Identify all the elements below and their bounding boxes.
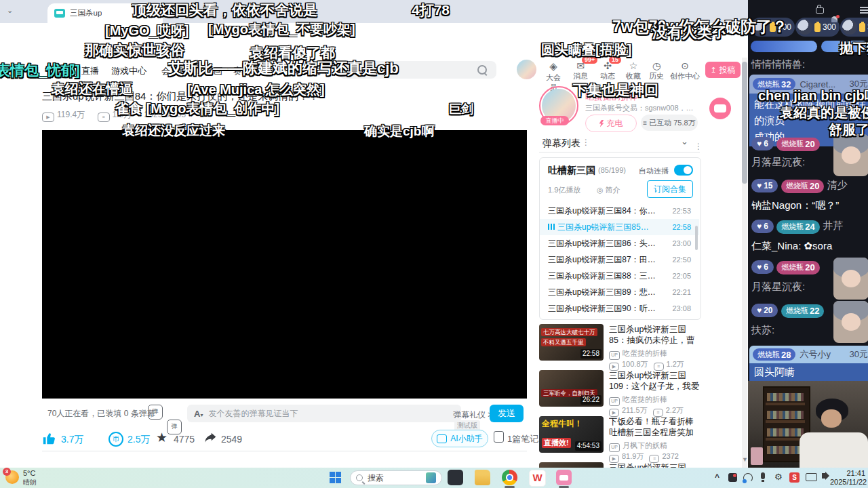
favorite-count[interactable]: 4775: [174, 434, 195, 445]
video-title[interactable]: 三国杀up锐评新三国109：这个赵子龙，我爱死他了！: [609, 370, 700, 392]
episode-row[interactable]: 三国杀up锐评新三国86：头一次听说...23:00: [540, 235, 699, 251]
video-thumbnail[interactable]: 七万高达大破七十万 不料又遇五千里 22:58: [539, 324, 604, 361]
recommended-item[interactable]: 三国杀up锐评新三国104：关: [539, 462, 604, 468]
font-size-icon[interactable]: A▾: [194, 409, 203, 419]
danmaku-panel-collapse-icon[interactable]: ⌄: [681, 136, 688, 146]
episode-row[interactable]: 三国杀up锐评新三国87：田丰遗计定...22:50: [540, 251, 699, 268]
lock-icon[interactable]: [816, 7, 824, 14]
danmaku-toggle-icon[interactable]: 弹: [148, 405, 163, 420]
danmaku-text: 4打78: [412, 1, 450, 20]
episode-row[interactable]: 三国杀up锐评新三国88：三国新增顺...22:05: [540, 268, 699, 284]
sync-arrow-icon[interactable]: [743, 473, 753, 483]
chrome-icon[interactable]: [502, 470, 517, 485]
favorite-icon[interactable]: ★: [156, 430, 167, 445]
scrollbar-down-arrow[interactable]: ▼: [742, 456, 748, 463]
recommended-item[interactable]: 七万高达大破七十万 不料又遇五千里 22:58 三国杀up锐评新三国85：抽疯仍…: [539, 324, 604, 361]
autoplay-toggle[interactable]: [674, 165, 693, 176]
episode-row-current[interactable]: 三国杀up锐评新三国85：抽疯仍未...22:58: [540, 219, 699, 235]
speaker-icon[interactable]: [822, 473, 825, 479]
recommended-item[interactable]: 三军听令，自刎归天 26:22 三国杀up锐评新三国109：这个赵子龙，我爱死他…: [539, 370, 604, 407]
playlist-intro-link[interactable]: ◎ 简介: [597, 185, 620, 195]
danmaku-etiquette-link[interactable]: 弹幕礼仪 >: [453, 409, 492, 421]
video-thumbnail[interactable]: 全程牛叫！ 直播效! 4:54:53: [539, 416, 604, 453]
menu-icon[interactable]: [860, 7, 868, 14]
charge-button[interactable]: 充电: [585, 115, 637, 132]
episode-row[interactable]: 三国杀up锐评新三国90：听说你家刘...23:08: [540, 300, 699, 317]
video-author[interactable]: UP吃蛋挞的折棒: [609, 348, 667, 360]
settings-gear-icon[interactable]: ⚙: [774, 472, 783, 482]
header-creator-center[interactable]: ⊙ 创作中心: [669, 60, 701, 81]
mic-icon[interactable]: [761, 472, 765, 479]
episode-row[interactable]: 三国杀up锐评新三国84：你们是来打...22:53: [540, 203, 699, 219]
episode-title: 三国杀up锐评新三国89：悲痛！一代...: [548, 287, 656, 298]
recommended-item[interactable]: 全程牛叫！ 直播效! 4:54:53 下饭必看！瓶子看折棒吐槽新三国全程唐笑加牛…: [539, 416, 604, 453]
tray-expand-icon[interactable]: ^: [715, 472, 719, 482]
taskbar-app-dark[interactable]: [448, 470, 463, 485]
video-title[interactable]: 下饭必看！瓶子看折棒吐槽新三国全程唐笑加牛叫，各种...: [609, 416, 700, 438]
search-highlight-thumb: [426, 472, 436, 483]
bilibili-live-app-icon[interactable]: [556, 470, 572, 485]
taskbar-search-label: 搜索: [368, 472, 384, 484]
coin-count[interactable]: 2.5万: [127, 434, 150, 446]
upload-button[interactable]: ↥ 投稿: [705, 62, 741, 78]
video-thumbnail[interactable]: 三军听令，自刎归天 26:22: [539, 370, 604, 407]
floating-helper-button[interactable]: [709, 98, 731, 119]
video-author[interactable]: UP月枫下的妖精: [609, 441, 667, 452]
video-author[interactable]: UP吃蛋挞的折棒: [609, 394, 667, 406]
episode-list: 三国杀up锐评新三国84：你们是来打...22:53 三国杀up锐评新三国85：…: [540, 203, 699, 317]
share-count[interactable]: 2549: [221, 434, 242, 445]
send-danmaku-button[interactable]: 发送: [490, 405, 524, 422]
interacted-button[interactable]: ≡ 已互动 75.8万: [641, 115, 698, 131]
live-status-badge[interactable]: 直播中: [540, 116, 569, 125]
share-icon[interactable]: [203, 432, 217, 445]
chat-emote-image: [833, 134, 868, 176]
ai-helper-button[interactable]: AI小助手: [431, 430, 488, 447]
episode-duration: 23:00: [672, 239, 691, 247]
gift-rank-entry[interactable]: 300: [795, 18, 840, 37]
coin-icon[interactable]: 币: [108, 432, 123, 447]
danmaku-settings-icon[interactable]: 弹: [167, 420, 182, 434]
danmaku-text: 抛下狗: [840, 39, 868, 58]
danmaku-text: 那确实惊世骇俗: [85, 41, 184, 60]
playlist-scrollbar[interactable]: [695, 226, 698, 250]
gift-rank-entry[interactable]: 300: [840, 18, 868, 37]
like-icon[interactable]: [42, 431, 57, 446]
nav-live[interactable]: 直播: [81, 65, 99, 77]
video-stats: ▶211.5万≡2.2万: [609, 405, 684, 417]
user-avatar[interactable]: [517, 60, 536, 79]
tray-clock[interactable]: 21:41 2025/11/22: [830, 469, 865, 487]
header-history[interactable]: ◷ 历史: [646, 60, 667, 81]
video-thumbnail[interactable]: [539, 462, 604, 468]
monitor-icon[interactable]: [806, 473, 817, 481]
danmaku-text: 圆头瞒叠[捂脸]: [541, 41, 631, 59]
header-favorites[interactable]: ☆ 收藏: [623, 60, 644, 81]
subscribe-collection-button[interactable]: 订阅合集: [647, 180, 693, 198]
nav-game-center[interactable]: 游戏中心: [111, 65, 146, 77]
danmaku-text: 下集也是神回: [573, 81, 658, 100]
author-name: 吃蛋挞的折棒: [623, 349, 667, 357]
search-icon[interactable]: [477, 65, 487, 75]
page-scrollbar-thumb[interactable]: [742, 62, 747, 184]
file-explorer-icon[interactable]: [475, 470, 490, 485]
taskbar-search[interactable]: 搜索: [350, 470, 442, 485]
danmaku-panel-menu-icon[interactable]: ⋮: [582, 138, 590, 147]
video-duration: 26:22: [580, 395, 601, 405]
video-player[interactable]: [42, 130, 527, 399]
start-button[interactable]: [330, 472, 341, 483]
danmaku-input[interactable]: A▾ 发个友善的弹幕见证当下: [187, 405, 461, 422]
note-count[interactable]: 1篇笔记: [507, 433, 538, 445]
video-title[interactable]: 三国杀up锐评新三国85：抽疯仍未停止，曹操发癫发出新...: [609, 324, 700, 346]
like-count[interactable]: 3.7万: [61, 434, 83, 446]
chat-message: 钠盐Nagon：“嗯？”: [751, 199, 839, 212]
wps-icon[interactable]: W: [529, 470, 546, 487]
tab-search-chevron-icon[interactable]: ⌄: [7, 6, 13, 15]
tray-red-dot: [733, 474, 736, 477]
tray-s-app-icon[interactable]: S: [789, 472, 800, 483]
superchat-header[interactable]: 燃烧瓶28 六号小y 30元: [749, 346, 868, 363]
speaker-cone: [825, 472, 829, 480]
tray-app-icon[interactable]: [728, 473, 737, 482]
video-title[interactable]: 三国杀up锐评新三国104：关: [609, 462, 700, 468]
danmaku-panel-more-icon[interactable]: ⋮: [694, 142, 703, 151]
episode-row[interactable]: 三国杀up锐评新三国89：悲痛！一代...22:21: [540, 284, 699, 300]
weather-widget[interactable]: 3: [5, 470, 19, 484]
